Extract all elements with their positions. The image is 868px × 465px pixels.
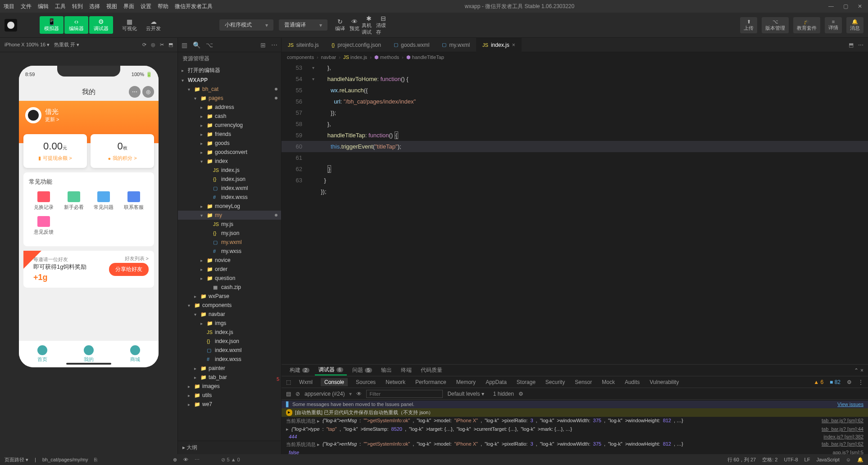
tree-item[interactable]: {} index.json: [178, 337, 281, 346]
console-sidebar-icon[interactable]: ▤: [286, 391, 291, 397]
tree-item[interactable]: ▾ 📁 navbar: [178, 310, 281, 319]
editor-tab[interactable]: ▢my.wxml: [436, 38, 476, 52]
tree-item[interactable]: ▾ 📁 pages: [178, 94, 281, 103]
tree-item[interactable]: ▸ 📁 images: [178, 382, 281, 391]
user-avatar[interactable]: [25, 107, 41, 123]
tree-item[interactable]: {} my.json: [178, 229, 281, 238]
tab-item[interactable]: 首页: [37, 345, 47, 363]
feedback-icon[interactable]: ☺: [846, 457, 851, 462]
console-clear-icon[interactable]: ⊘: [295, 391, 300, 397]
tree-item[interactable]: ▸ 📁 imgs: [178, 319, 281, 328]
sim-cut-icon[interactable]: ✂: [160, 42, 164, 48]
version-button[interactable]: ⌥版本管理: [762, 17, 789, 33]
share-button[interactable]: 分享给好友: [109, 263, 149, 276]
devtools-tab[interactable]: Security: [544, 378, 567, 386]
simulator-toggle[interactable]: 📱模拟器: [40, 16, 64, 34]
tree-item[interactable]: JS my.js: [178, 220, 281, 229]
root-folder[interactable]: ▾WXAPP: [178, 76, 281, 85]
device-select[interactable]: iPhone X 100% 16 ▾: [5, 42, 50, 48]
console-level-select[interactable]: Default levels ▾: [447, 391, 484, 397]
func-item[interactable]: 新手必看: [59, 191, 89, 211]
indent-info[interactable]: 空格: 2: [762, 456, 777, 463]
devtools-tab[interactable]: Network: [384, 378, 407, 386]
menu-item[interactable]: 工具: [55, 3, 66, 10]
panel-tab[interactable]: 构建2: [286, 366, 313, 375]
sim-more-icon[interactable]: ⬒: [168, 42, 173, 48]
console-eye-icon[interactable]: 👁: [356, 391, 362, 397]
tree-item[interactable]: ▾ 📁 bh_cat: [178, 85, 281, 94]
devtools-tab[interactable]: Audits: [623, 378, 641, 386]
func-item[interactable]: 常见问题: [89, 191, 119, 211]
outline-section[interactable]: 大纲: [186, 444, 197, 451]
panel-tab[interactable]: 代码质量: [417, 366, 446, 375]
tree-item[interactable]: JS index.js: [178, 328, 281, 337]
devtools-tab[interactable]: Vulnerability: [648, 378, 681, 386]
tree-item[interactable]: ▸ 📁 novice: [178, 256, 281, 265]
editor-tab[interactable]: JSindex.js×: [476, 38, 522, 52]
devtools-more-icon[interactable]: ⋮: [858, 379, 863, 385]
menu-item[interactable]: 设置: [141, 3, 151, 10]
balance-card[interactable]: 0.00元 ▮可提现余额 >: [23, 134, 87, 168]
devtools-inspect-icon[interactable]: ⬚: [286, 379, 291, 385]
tree-item[interactable]: ▸ 📁 painter: [178, 364, 281, 373]
more-tab-icon[interactable]: ⋯: [858, 42, 863, 48]
tree-item[interactable]: ▸ 📁 tab_bar: [178, 373, 281, 382]
upload-button[interactable]: ⬆上传: [740, 17, 757, 33]
close-tab-icon[interactable]: ×: [512, 42, 515, 48]
breadcrumb[interactable]: components › navbar › JS index.js › ⬢ me…: [282, 52, 868, 62]
menu-item[interactable]: 项目: [4, 3, 14, 10]
capsule-close-icon[interactable]: ◎: [142, 86, 154, 98]
menu-item[interactable]: 微信开发者工具: [175, 3, 213, 10]
tree-item[interactable]: ▸ 📁 address: [178, 103, 281, 112]
menu-item[interactable]: 视图: [106, 3, 117, 10]
update-link[interactable]: 更新 >: [45, 116, 59, 123]
visual-button[interactable]: ▦可视化: [118, 16, 141, 34]
tree-item[interactable]: {} index.json: [178, 175, 281, 184]
tree-item[interactable]: JS index.js: [178, 166, 281, 175]
panel-tab[interactable]: 终端: [397, 366, 415, 375]
open-editors-section[interactable]: ▸打开的编辑器: [178, 65, 281, 76]
git-icon[interactable]: ⌥: [206, 41, 213, 49]
tree-item[interactable]: ▾ 📁 components: [178, 301, 281, 310]
encoding[interactable]: UTF-8: [784, 457, 798, 462]
language[interactable]: JavaScript: [816, 457, 839, 462]
mode-select[interactable]: 小程序模式: [219, 19, 273, 31]
editor-tab[interactable]: ▢goods.wxml: [387, 38, 436, 52]
tree-item[interactable]: ▢ index.wxml: [178, 346, 281, 355]
menu-item[interactable]: 帮助: [158, 3, 168, 10]
devtools-tab[interactable]: Wxml: [297, 378, 314, 386]
code-editor[interactable]: 5354555657585960616263 ▾▾ }, handleNavTo…: [282, 62, 868, 364]
devtools-tab[interactable]: Sensor: [573, 378, 594, 386]
func-item[interactable]: 联系客服: [119, 191, 149, 211]
tab-item[interactable]: 商城: [130, 345, 140, 363]
tree-item[interactable]: ▸ 📁 question: [178, 274, 281, 283]
console-context[interactable]: appservice (#24): [304, 391, 345, 397]
tree-item[interactable]: ▸ 📁 currencylog: [178, 121, 281, 130]
tree-item[interactable]: # index.wxss: [178, 355, 281, 364]
tree-item[interactable]: ▢ my.wxml: [178, 238, 281, 247]
info-count[interactable]: ■ 82: [830, 379, 841, 385]
status-eye-icon[interactable]: 👁: [183, 457, 188, 462]
compile-button[interactable]: ↻编译: [333, 19, 347, 32]
split-icon[interactable]: ⬒: [849, 42, 854, 48]
compile-select[interactable]: 普通编译: [279, 19, 327, 31]
tree-item[interactable]: ▸ 📁 moneyLog: [178, 202, 281, 211]
panel-tab[interactable]: 问题5: [349, 366, 376, 375]
cloud-button[interactable]: ☁云开发: [141, 16, 165, 34]
hotreload-select[interactable]: 热重载 开 ▾: [54, 41, 79, 48]
minimize-button[interactable]: —: [827, 3, 836, 9]
tree-item[interactable]: # index.wxss: [178, 193, 281, 202]
notification-icon[interactable]: 🔔: [857, 457, 863, 463]
phone-simulator[interactable]: 8:59 100%🔋 我的 ⋯ ◎ 借光 更新 >: [19, 66, 159, 367]
func-item[interactable]: 意见反馈: [29, 216, 59, 235]
more-icon[interactable]: ⋯: [271, 41, 277, 49]
tree-item[interactable]: # my.wxss: [178, 247, 281, 256]
editor-toggle[interactable]: ‹›编辑器: [64, 16, 88, 34]
maximize-button[interactable]: ▢: [841, 3, 850, 9]
panel-up-icon[interactable]: ⌃: [854, 367, 859, 374]
tree-item[interactable]: ▢ index.wxml: [178, 184, 281, 193]
status-more-icon[interactable]: ⋯: [195, 457, 200, 463]
tree-item[interactable]: ▸ 📁 utils: [178, 391, 281, 400]
func-item[interactable]: 兑换记录: [29, 191, 59, 211]
tree-item[interactable]: ▸ 📁 cash: [178, 112, 281, 121]
